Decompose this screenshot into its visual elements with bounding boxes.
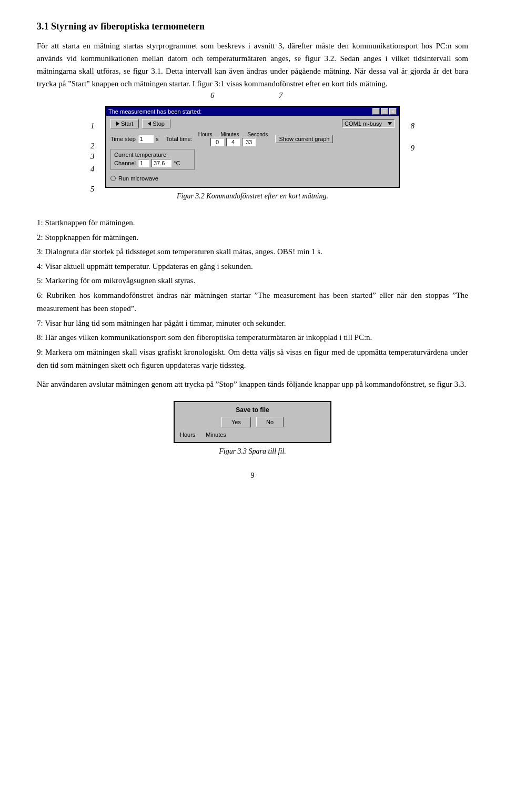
hours-value: 0 [210, 138, 224, 146]
callout-5: 5 [90, 185, 95, 194]
callout-6: 6 [210, 91, 215, 100]
minutes-value: 4 [226, 138, 240, 146]
seconds-value: 33 [242, 138, 256, 146]
show-graph-button[interactable]: Show current graph [275, 135, 333, 143]
desc-3: 3: Dialogruta där storlek på tidssteget … [37, 245, 468, 259]
com-port-value: COM1 m-busy [345, 121, 382, 127]
dropdown-arrow-icon [388, 122, 392, 125]
desc-1: 1: Startknappen för mätningen. [37, 216, 468, 230]
desc-9: 9: Markera om mätningen skall visas graf… [37, 346, 468, 373]
description-list: 1: Startknappen för mätningen. 2: Stoppk… [37, 216, 468, 373]
channel-input[interactable]: 1 [138, 159, 149, 167]
callout-4: 4 [90, 165, 95, 174]
run-microwave-row: Run microwave [110, 175, 395, 182]
time-step-label: Time step [110, 136, 136, 142]
dialog-body: Start Stop COM1 m-busy Time step [106, 116, 399, 187]
com-port-dropdown[interactable]: COM1 m-busy [342, 119, 395, 128]
figure-3-2: 6 7 1 8 2 3 9 4 5 [89, 106, 416, 201]
minutes-header: Minutes [220, 132, 239, 137]
time-display: Hours Minutes Seconds 0 4 [198, 132, 268, 146]
start-arrow-icon [116, 122, 119, 126]
callout-2: 2 [90, 142, 95, 151]
callout-7: 7 [279, 91, 283, 100]
save-buttons-row: Yes No [180, 417, 325, 427]
temp-display: 37.6 [152, 159, 171, 167]
total-time-label: Total time: [166, 136, 193, 142]
current-temp-label: Current temperature [114, 152, 191, 158]
channel-label: Channel [114, 160, 136, 166]
desc-8: 8: Här anges vilken kommunikationsport s… [37, 331, 468, 345]
stop-button[interactable]: Stop [142, 119, 170, 128]
run-microwave-radio[interactable] [110, 176, 116, 181]
hours-label: Hours [180, 432, 195, 438]
temp-unit: °C [174, 160, 180, 166]
section-title: 3.1 Styrning av fiberoptiska termometern [37, 21, 468, 32]
callout-1: 1 [90, 122, 95, 131]
callout-3: 3 [90, 152, 95, 161]
minutes-label: Minutes [206, 432, 226, 438]
stop-arrow-icon [148, 122, 151, 126]
dialog-title: The measurement has been started: [108, 108, 201, 115]
close-button[interactable]: × [389, 108, 397, 115]
save-dialog-body: Save to file Yes No Hours Minutes [175, 402, 330, 442]
page-number: 9 [37, 472, 468, 480]
callout-9: 9 [411, 144, 415, 153]
hours-header: Hours [198, 132, 213, 137]
time-step-unit: s [156, 136, 159, 142]
seconds-header: Seconds [247, 132, 268, 137]
yes-button[interactable]: Yes [221, 417, 251, 427]
callout-8: 8 [411, 122, 415, 131]
desc-2: 2: Stoppknappen för mätningen. [37, 231, 468, 245]
desc-4: 4: Visar aktuell uppmätt temperatur. Upp… [37, 260, 468, 274]
figure-3-caption: Figur 3.3 Spara till fil. [174, 447, 331, 456]
dialog-titlebar: The measurement has been started: _ □ × [106, 107, 399, 116]
minimize-button[interactable]: _ [372, 108, 380, 115]
titlebar-buttons: _ □ × [372, 108, 397, 115]
temp-row: Channel 1 37.6 °C [114, 159, 191, 167]
figure-2-caption: Figur 3.2 Kommandofönstret efter en kort… [89, 192, 416, 201]
time-column-headers: Hours Minutes Seconds [198, 132, 268, 137]
toolbar-row: Start Stop COM1 m-busy [110, 119, 395, 128]
save-dialog: Save to file Yes No Hours Minutes [174, 401, 331, 443]
current-temp-section: Current temperature Channel 1 37.6 °C [110, 149, 195, 170]
desc-7: 7: Visar hur lång tid som mätningen har … [37, 317, 468, 330]
timestep-row: Time step 1 s Total time: Hours Minutes … [110, 132, 395, 146]
body-paragraph-1: För att starta en mätning startas styrpr… [37, 39, 468, 90]
measurement-dialog: The measurement has been started: _ □ × … [105, 106, 400, 188]
time-step-input[interactable]: 1 [138, 135, 154, 143]
maximize-button[interactable]: □ [381, 108, 388, 115]
run-microwave-label: Run microwave [118, 175, 158, 182]
last-paragraph: När användaren avslutar mätningen genom … [37, 378, 468, 390]
start-button[interactable]: Start [110, 119, 139, 128]
figure-3-3: Save to file Yes No Hours Minutes Figur … [174, 401, 331, 456]
time-values-row: 0 4 33 [210, 138, 256, 146]
desc-6: 6: Rubriken hos kommandofönstret ändras … [37, 289, 468, 316]
no-button[interactable]: No [256, 417, 284, 427]
hours-minutes-row: Hours Minutes [180, 432, 325, 438]
save-to-file-label: Save to file [180, 406, 325, 414]
desc-5: 5: Markering för om mikrovågsugnen skall… [37, 274, 468, 288]
